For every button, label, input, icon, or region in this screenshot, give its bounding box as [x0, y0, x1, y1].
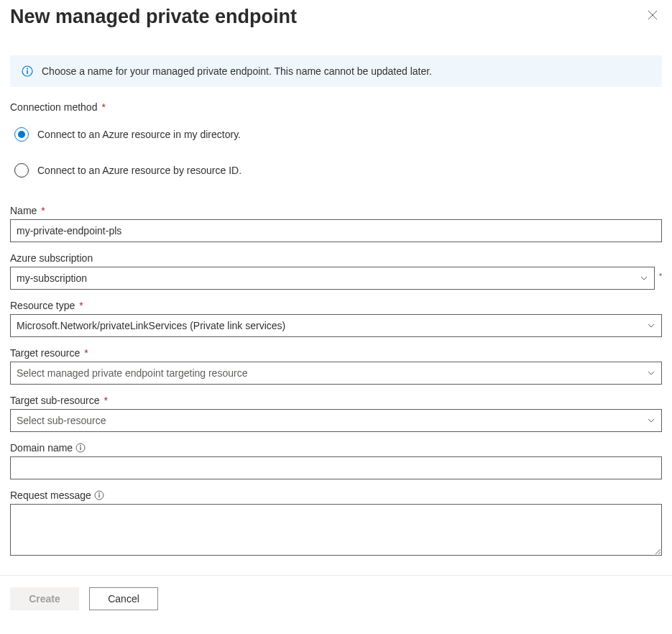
svg-point-7	[98, 492, 100, 494]
domain-name-label: Domain name	[10, 442, 86, 454]
name-input[interactable]	[10, 219, 662, 242]
panel-title: New managed private endpoint	[10, 6, 297, 28]
panel-header: New managed private endpoint	[0, 0, 672, 32]
info-icon[interactable]	[94, 490, 104, 500]
connection-method-radiogroup: Connect to an Azure resource in my direc…	[10, 123, 662, 182]
required-asterisk: *	[104, 395, 108, 406]
svg-point-1	[27, 68, 28, 70]
info-icon	[22, 65, 33, 77]
cancel-button[interactable]: Cancel	[89, 587, 158, 610]
radio-connect-by-id[interactable]: Connect to an Azure resource by resource…	[10, 159, 662, 182]
svg-rect-2	[27, 70, 28, 74]
panel-footer: Create Cancel	[0, 575, 672, 623]
request-message-field: Request message	[10, 490, 662, 558]
subscription-value: my-subscription	[17, 272, 87, 284]
chevron-down-icon	[647, 321, 655, 330]
subscription-label: Azure subscription	[10, 252, 93, 264]
svg-rect-8	[98, 495, 99, 497]
resource-type-field: Resource type* Microsoft.Network/private…	[10, 300, 662, 337]
required-asterisk: *	[79, 300, 83, 311]
svg-point-4	[80, 445, 81, 446]
required-asterisk: *	[84, 347, 88, 359]
resource-type-value: Microsoft.Network/privateLinkServices (P…	[17, 320, 285, 331]
connection-method-field: Connection method* Connect to an Azure r…	[10, 101, 662, 182]
create-button[interactable]: Create	[10, 587, 79, 610]
domain-name-input[interactable]	[10, 456, 662, 479]
target-sub-resource-label: Target sub-resource*	[10, 395, 108, 406]
info-icon[interactable]	[75, 443, 86, 453]
resource-type-label: Resource type*	[10, 300, 83, 311]
required-asterisk: *	[101, 101, 105, 113]
request-message-label: Request message	[10, 490, 104, 501]
name-label: Name*	[10, 205, 45, 216]
required-asterisk: *	[659, 273, 662, 280]
radio-icon	[14, 163, 29, 178]
info-text: Choose a name for your managed private e…	[42, 65, 432, 77]
target-sub-resource-placeholder: Select sub-resource	[17, 415, 106, 426]
chevron-down-icon	[640, 274, 648, 282]
subscription-select[interactable]: my-subscription	[10, 267, 655, 290]
subscription-field: Azure subscription my-subscription *	[10, 252, 662, 290]
name-field: Name*	[10, 205, 662, 242]
radio-label: Connect to an Azure resource by resource…	[37, 165, 241, 176]
target-sub-resource-select[interactable]: Select sub-resource	[10, 409, 662, 432]
managed-private-endpoint-panel: New managed private endpoint Choose a na…	[0, 0, 672, 623]
required-asterisk: *	[41, 205, 45, 216]
target-resource-label: Target resource*	[10, 347, 88, 359]
target-sub-resource-field: Target sub-resource* Select sub-resource	[10, 395, 662, 432]
connection-method-label: Connection method*	[10, 101, 106, 113]
radio-connect-directory[interactable]: Connect to an Azure resource in my direc…	[10, 123, 662, 146]
info-callout: Choose a name for your managed private e…	[10, 55, 662, 87]
close-icon	[648, 10, 658, 20]
close-button[interactable]	[643, 6, 662, 24]
domain-name-field: Domain name	[10, 442, 662, 479]
radio-icon	[14, 127, 29, 142]
svg-rect-5	[80, 447, 80, 450]
target-resource-field: Target resource* Select managed private …	[10, 347, 662, 385]
chevron-down-icon	[647, 416, 655, 425]
target-resource-placeholder: Select managed private endpoint targetin…	[17, 367, 247, 379]
request-message-textarea[interactable]	[10, 504, 662, 556]
target-resource-select[interactable]: Select managed private endpoint targetin…	[10, 362, 662, 385]
radio-label: Connect to an Azure resource in my direc…	[37, 129, 241, 140]
chevron-down-icon	[647, 369, 655, 377]
resource-type-select[interactable]: Microsoft.Network/privateLinkServices (P…	[10, 314, 662, 337]
panel-content: Choose a name for your managed private e…	[0, 55, 672, 558]
